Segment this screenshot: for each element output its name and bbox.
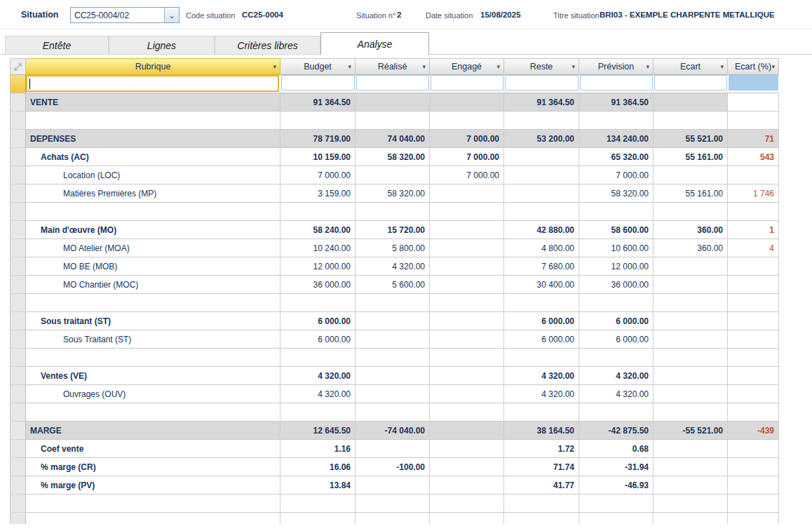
cell-reste[interactable]: 42 880.00 [504,221,579,239]
cell-realise[interactable] [356,112,430,130]
cell-engage[interactable] [430,476,504,495]
cell-rubrique[interactable]: Matières Premières (MP) [26,184,280,203]
cell-realise[interactable] [356,385,430,403]
filter-dropdown-icon[interactable]: ▾ [273,63,276,70]
cell-budget[interactable] [280,513,356,524]
tab-criteres-libres[interactable]: Critères libres [215,36,320,55]
cell-prevision[interactable] [579,294,654,312]
row-selector[interactable] [11,257,26,276]
cell-budget[interactable]: 91 364.50 [280,93,356,112]
row-selector[interactable] [11,112,26,130]
cell-rubrique[interactable]: DEPENSES [26,130,280,148]
cell-reste[interactable]: 71.74 [504,458,579,476]
cell-engage[interactable] [430,93,504,112]
cell-budget[interactable]: 36 000.00 [280,276,356,294]
cell-realise[interactable]: 58 320.00 [356,184,430,203]
cell-rubrique[interactable]: Coef vente [26,440,280,458]
column-header-ecart-pct[interactable]: Ecart (%) ▾ [728,58,779,75]
filter-dropdown-icon[interactable]: ▾ [348,63,351,70]
tab-analyse[interactable]: Analyse [320,32,429,55]
row-selector[interactable] [11,330,26,349]
cell-rubrique[interactable]: Ventes (VE) [26,367,280,385]
cell-realise[interactable] [356,440,430,458]
select-all-corner[interactable] [11,58,26,75]
cell-reste[interactable] [504,148,579,166]
column-header-prevision[interactable]: Prévision ▾ [579,58,654,75]
row-selector[interactable] [11,422,26,440]
cell-engage[interactable] [430,239,504,257]
cell-engage[interactable] [430,203,504,221]
row-selector[interactable] [11,385,26,403]
cell-engage[interactable] [430,458,504,476]
cell-ecart-pct[interactable] [728,112,779,130]
cell-rubrique[interactable]: Achats (AC) [26,148,280,166]
cell-ecart[interactable] [654,312,728,330]
tab-entete[interactable]: Entête [5,36,109,55]
cell-ecart[interactable] [654,166,728,184]
cell-prevision[interactable]: 58 600.00 [579,221,654,239]
column-header-rubrique[interactable]: Rubrique ▾ [26,58,280,75]
cell-ecart-pct[interactable] [728,440,779,458]
cell-ecart-pct[interactable] [728,166,779,184]
cell-ecart[interactable] [654,349,728,367]
filter-dropdown-icon[interactable]: ▾ [771,63,775,70]
row-selector[interactable] [11,513,26,524]
cell-budget[interactable]: 12 000.00 [280,257,356,276]
cell-rubrique[interactable] [26,203,280,221]
cell-ecart-pct[interactable]: 1 746 [728,184,779,203]
cell-rubrique[interactable]: MARGE [26,422,280,440]
cell-prevision[interactable]: -42 875.50 [579,422,654,440]
row-selector[interactable] [11,166,26,184]
filter-dropdown-icon[interactable]: ▾ [646,63,649,70]
cell-ecart-pct[interactable]: 71 [728,130,779,148]
cell-ecart-pct[interactable] [728,349,779,367]
cell-budget[interactable] [280,112,356,130]
cell-rubrique[interactable] [26,495,280,513]
engage-filter-input[interactable] [431,75,503,90]
cell-ecart-pct[interactable]: 1 [728,221,779,239]
cell-ecart[interactable]: 55 521.00 [654,130,728,148]
column-header-realise[interactable]: Réalisé ▾ [356,58,430,75]
cell-reste[interactable] [504,294,579,312]
cell-budget[interactable]: 10 159.00 [280,148,356,166]
cell-ecart-pct[interactable] [728,312,779,330]
cell-rubrique[interactable]: Sous traitant (ST) [26,312,280,330]
cell-realise[interactable] [356,166,430,184]
cell-reste[interactable] [504,203,579,221]
cell-ecart[interactable] [654,276,728,294]
cell-engage[interactable] [430,440,504,458]
cell-reste[interactable]: 6 000.00 [504,330,579,349]
cell-budget[interactable] [280,349,356,367]
cell-ecart[interactable]: -55 521.00 [654,422,728,440]
cell-budget[interactable]: 78 719.00 [280,130,356,148]
cell-engage[interactable] [430,312,504,330]
cell-ecart-pct[interactable] [728,93,779,112]
cell-ecart[interactable] [654,440,728,458]
cell-prevision[interactable]: 4 320.00 [579,385,654,403]
row-selector[interactable] [11,403,26,422]
cell-budget[interactable]: 3 159.00 [280,184,356,203]
cell-realise[interactable] [356,476,430,495]
cell-rubrique[interactable]: Sous Traitant (ST) [26,330,280,349]
cell-realise[interactable] [356,403,430,422]
cell-ecart[interactable]: 55 161.00 [654,184,728,203]
cell-ecart[interactable] [654,257,728,276]
cell-reste[interactable]: 91 364.50 [504,93,579,112]
cell-prevision[interactable]: 6 000.00 [579,330,654,349]
row-selector[interactable] [11,203,26,221]
cell-ecart-pct[interactable] [728,513,779,524]
cell-rubrique[interactable] [26,294,280,312]
row-selector[interactable] [11,184,26,203]
column-header-ecart[interactable]: Ecart ▾ [654,58,728,75]
cell-rubrique[interactable]: MO BE (MOB) [26,257,280,276]
cell-prevision[interactable]: 36 000.00 [579,276,654,294]
cell-realise[interactable] [356,294,430,312]
cell-engage[interactable]: 7 000.00 [430,166,504,184]
cell-budget[interactable]: 7 000.00 [280,166,356,184]
cell-prevision[interactable]: 10 600.00 [579,239,654,257]
cell-realise[interactable] [356,513,430,524]
cell-prevision[interactable] [579,403,654,422]
cell-engage[interactable] [430,221,504,239]
cell-budget[interactable]: 4 320.00 [280,367,356,385]
cell-engage[interactable] [430,294,504,312]
